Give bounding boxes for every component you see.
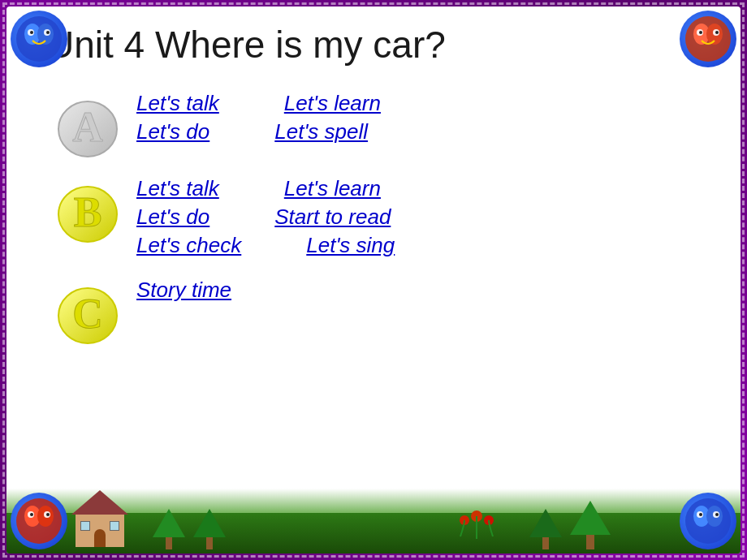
svg-text:B: B bbox=[74, 189, 102, 235]
flower-decoration bbox=[456, 508, 497, 544]
tree-trunk-4 bbox=[586, 535, 594, 549]
corner-circle-tl bbox=[11, 11, 67, 67]
section-c: C Story time bbox=[39, 278, 708, 347]
section-c-row-1: Story time bbox=[136, 278, 708, 303]
section-b-row-2: Let's do Start to read bbox=[136, 205, 708, 230]
link-a-learn[interactable]: Let's learn bbox=[284, 91, 381, 116]
house-decoration bbox=[71, 490, 128, 547]
tree-trunk-3 bbox=[542, 537, 549, 549]
main-content: Unit 4 Where is my car? A bbox=[6, 6, 741, 436]
tree-top-2 bbox=[193, 509, 226, 537]
section-a-row-2: Let's do Let's spell bbox=[136, 119, 708, 144]
house-window-left bbox=[80, 521, 90, 531]
tree-trunk-2 bbox=[206, 537, 213, 549]
link-b-talk[interactable]: Let's talk bbox=[136, 176, 219, 201]
corner-decoration-bl bbox=[6, 480, 80, 554]
corner-decoration-tl bbox=[6, 6, 80, 80]
svg-point-13 bbox=[715, 31, 719, 34]
inner-content: Unit 4 Where is my car? A bbox=[6, 6, 741, 554]
letter-badge-a: A bbox=[55, 95, 120, 160]
corner-circle-tr bbox=[680, 11, 736, 67]
letter-badge-b: B bbox=[55, 180, 120, 245]
tree-decoration-4 bbox=[570, 501, 611, 549]
link-b-do[interactable]: Let's do bbox=[136, 205, 209, 230]
link-c-story-time[interactable]: Story time bbox=[136, 278, 231, 303]
tree-decoration-1 bbox=[153, 509, 185, 549]
svg-text:C: C bbox=[72, 291, 103, 337]
section-b: B Let's talk Let's learn Let's do Start … bbox=[39, 176, 708, 261]
link-a-talk[interactable]: Let's talk bbox=[136, 91, 219, 116]
section-b-row-1: Let's talk Let's learn bbox=[136, 176, 708, 201]
corner-decoration-tr bbox=[667, 6, 741, 80]
link-b-sing[interactable]: Let's sing bbox=[306, 233, 395, 258]
house-door bbox=[94, 529, 106, 547]
svg-point-6 bbox=[46, 31, 50, 34]
page-title: Unit 4 Where is my car? bbox=[39, 23, 708, 67]
svg-point-12 bbox=[699, 31, 702, 34]
tree-top-1 bbox=[153, 509, 185, 537]
svg-point-20 bbox=[46, 513, 50, 516]
tree-decoration-3 bbox=[529, 509, 562, 549]
section-c-links: Story time bbox=[136, 278, 708, 306]
svg-text:A: A bbox=[72, 104, 103, 150]
corner-circle-br bbox=[680, 493, 736, 549]
outer-frame: Unit 4 Where is my car? A bbox=[0, 0, 747, 560]
link-b-learn[interactable]: Let's learn bbox=[284, 176, 381, 201]
letter-badge-c: C bbox=[55, 282, 120, 347]
svg-point-19 bbox=[30, 513, 33, 516]
link-a-do[interactable]: Let's do bbox=[136, 119, 209, 144]
tree-trunk-1 bbox=[166, 537, 172, 549]
tree-decoration-2 bbox=[193, 509, 226, 549]
tree-top-4 bbox=[570, 501, 611, 535]
house-body bbox=[76, 515, 124, 547]
section-b-links: Let's talk Let's learn Let's do Start to… bbox=[136, 176, 708, 261]
tree-top-3 bbox=[529, 509, 562, 537]
corner-circle-bl bbox=[11, 493, 67, 549]
house-window-right bbox=[110, 521, 119, 531]
link-a-spell[interactable]: Let's spell bbox=[274, 119, 368, 144]
section-a: A Let's talk Let's learn Let's do Let's … bbox=[39, 91, 708, 160]
section-a-links: Let's talk Let's learn Let's do Let's sp… bbox=[136, 91, 708, 148]
section-b-row-3: Let's check Let's sing bbox=[136, 233, 708, 258]
svg-point-26 bbox=[699, 513, 702, 516]
corner-decoration-br bbox=[667, 480, 741, 554]
section-a-row-1: Let's talk Let's learn bbox=[136, 91, 708, 116]
svg-point-27 bbox=[715, 513, 719, 516]
link-b-start-to-read[interactable]: Start to read bbox=[274, 205, 391, 230]
link-b-check[interactable]: Let's check bbox=[136, 233, 241, 258]
bottom-decoration-strip bbox=[6, 489, 741, 554]
svg-point-5 bbox=[30, 31, 33, 34]
house-roof bbox=[71, 490, 128, 515]
